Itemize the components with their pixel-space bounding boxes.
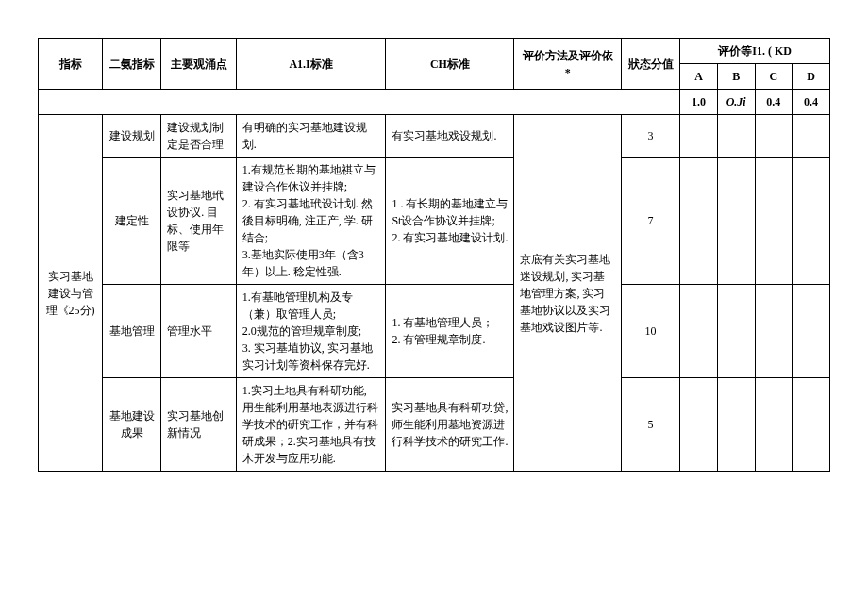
table-body: 实习基地建设与管理《25分) 建设规划 建设规划制定是否合理 有明确的实习基地建…: [39, 115, 830, 472]
cell-ch: 1. 有基地管理人员；2. 有管理规章制度.: [386, 285, 514, 378]
cell-gb: [717, 285, 755, 378]
table-row: 建定性 实习基地玳设协议. 目标、使用年限等 1.有规范长期的基地祺立与建设合作…: [39, 158, 830, 285]
cell-gc: [755, 115, 793, 158]
cell-ch: 有实习基地戏设规划.: [386, 115, 514, 158]
th-sub: 二氨指标: [103, 39, 161, 90]
evaluation-table: 指标 二氨指标 主要观涌点 A1.I标准 CH标准 评价方法及评价依* 狀态分值…: [38, 38, 830, 472]
cell-gb: [717, 115, 755, 158]
cell-a1: 1.有基吔管理机构及专（兼）取管理人员;2.0规范的管理规章制度;3. 实习基埴…: [236, 285, 386, 378]
cell-gb: [717, 378, 755, 472]
cell-score: 7: [621, 158, 679, 285]
spacer: [39, 90, 680, 115]
cell-gd: [793, 158, 830, 285]
cell-point: 建设规划制定是否合理: [161, 115, 236, 158]
th-point: 主要观涌点: [161, 39, 236, 90]
cell-gd: [793, 285, 830, 378]
th-vb: O.Ji: [717, 90, 755, 115]
cell-eval: 京底有关实习基地迷设规划, 实习基地管理方案, 实习基地协议以及实习基地戏设图片…: [514, 115, 621, 472]
cell-indicator: 实习基地建设与管理《25分): [39, 115, 103, 472]
cell-gc: [755, 378, 793, 472]
cell-a1: 1.实习土地具有科研功能, 用生能利用基地表源进行科学技术的硏究工作，并有科研成…: [236, 378, 386, 472]
cell-point: 管理水平: [161, 285, 236, 378]
cell-ga: [680, 378, 718, 472]
th-ch: CH标准: [386, 39, 514, 90]
cell-a1: 1.有规范长期的基地祺立与建设合作休议并挂牌;2. 有实习基地玳设计划. 然後目…: [236, 158, 386, 285]
page-container: 指标 二氨指标 主要观涌点 A1.I标准 CH标准 评价方法及评价依* 狀态分值…: [38, 38, 830, 472]
th-ga: A: [680, 64, 718, 90]
th-score: 狀态分值: [621, 39, 679, 90]
th-eval: 评价方法及评价依*: [514, 39, 621, 90]
cell-gb: [717, 158, 755, 285]
cell-score: 3: [621, 115, 679, 158]
th-va: 1.0: [680, 90, 718, 115]
cell-score: 5: [621, 378, 679, 472]
cell-gc: [755, 158, 793, 285]
cell-ch: 1 . 有长期的基地建立与St设合作协议并挂牌;2. 有实习基地建设计划.: [386, 158, 514, 285]
header-row-1: 指标 二氨指标 主要观涌点 A1.I标准 CH标准 评价方法及评价依* 狀态分值…: [39, 39, 830, 64]
th-gb: B: [717, 64, 755, 90]
th-indicator: 指标: [39, 39, 103, 90]
th-vd: 0.4: [793, 90, 830, 115]
cell-sub: 建设规划: [103, 115, 161, 158]
cell-ch: 实习基地具有科研功贷, 师生能利用墓地资源进行科学技术的研究工作.: [386, 378, 514, 472]
header-row-3: 1.0 O.Ji 0.4 0.4: [39, 90, 830, 115]
th-grade-group: 评价等I1. ( KD: [680, 39, 830, 64]
cell-a1: 有明确的实习基地建设规划.: [236, 115, 386, 158]
table-row: 实习基地建设与管理《25分) 建设规划 建设规划制定是否合理 有明确的实习基地建…: [39, 115, 830, 158]
cell-point: 实习基地玳设协议. 目标、使用年限等: [161, 158, 236, 285]
cell-sub: 基地建设成果: [103, 378, 161, 472]
th-gd: D: [793, 64, 830, 90]
cell-ga: [680, 115, 718, 158]
table-header: 指标 二氨指标 主要观涌点 A1.I标准 CH标准 评价方法及评价依* 狀态分值…: [39, 39, 830, 115]
th-gc: C: [755, 64, 793, 90]
cell-gd: [793, 115, 830, 158]
table-row: 基地建设成果 实习基地创新情况 1.实习土地具有科研功能, 用生能利用基地表源进…: [39, 378, 830, 472]
cell-ga: [680, 285, 718, 378]
cell-ga: [680, 158, 718, 285]
cell-sub: 基地管理: [103, 285, 161, 378]
cell-sub: 建定性: [103, 158, 161, 285]
cell-gc: [755, 285, 793, 378]
cell-score: 10: [621, 285, 679, 378]
th-vc: 0.4: [755, 90, 793, 115]
th-a1: A1.I标准: [236, 39, 386, 90]
cell-point: 实习基地创新情况: [161, 378, 236, 472]
cell-gd: [793, 378, 830, 472]
table-row: 基地管理 管理水平 1.有基吔管理机构及专（兼）取管理人员;2.0规范的管理规章…: [39, 285, 830, 378]
